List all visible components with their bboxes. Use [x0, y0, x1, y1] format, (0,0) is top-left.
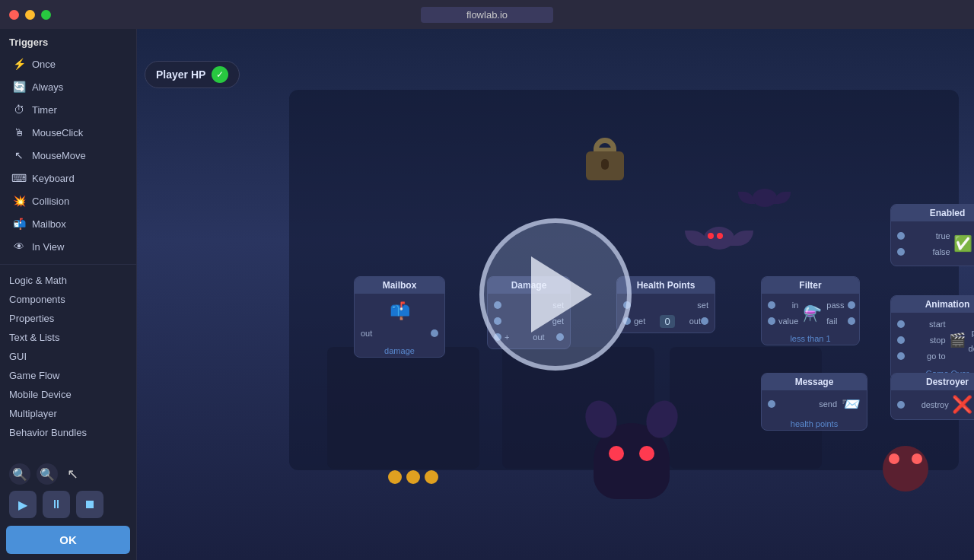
- sidebar-item-text-lists[interactable]: Text & Lists: [0, 328, 136, 347]
- main-layout: Triggers ⚡ Once 🔄 Always ⏱ Timer 🖱 Mouse…: [0, 29, 974, 560]
- anim-done-label: done: [969, 344, 974, 353]
- sidebar-item-game-flow[interactable]: Game Flow: [0, 366, 136, 385]
- mousemove-label: MouseMove: [32, 150, 86, 161]
- animation-icon: 🎬: [949, 332, 966, 348]
- node-hp-body: set get 0 out: [617, 294, 715, 332]
- cursor-icon: ↖: [64, 466, 78, 482]
- destroyer-destroy-row: destroy: [897, 398, 949, 412]
- node-enabled-body: true false ✅ out o: [891, 221, 974, 266]
- play-overlay-button[interactable]: [479, 218, 632, 371]
- stop-button[interactable]: ⏹: [76, 491, 103, 518]
- sidebar: Triggers ⚡ Once 🔄 Always ⏱ Timer 🖱 Mouse…: [0, 29, 137, 560]
- node-animation[interactable]: Animation start stop: [890, 295, 974, 380]
- anim-stop-row: stop: [897, 333, 946, 347]
- sidebar-item-mousemove[interactable]: ↖ MouseMove: [3, 145, 133, 166]
- enabled-true-row: true: [897, 229, 950, 243]
- sub-platform-left: [327, 347, 479, 469]
- node-message-body: send 📨: [762, 390, 867, 418]
- enabled-true-port: [897, 232, 905, 240]
- mailbox-icon-area: 📫: [361, 298, 438, 324]
- node-enabled-header: Enabled: [891, 205, 974, 221]
- filter-pass-row: pass: [826, 298, 855, 312]
- lock-keyhole: [601, 159, 609, 170]
- close-button[interactable]: [9, 10, 19, 20]
- enabled-false-row: false: [897, 245, 950, 259]
- filter-pass-port: [848, 301, 855, 309]
- zoom-in-button[interactable]: 🔍: [9, 463, 30, 485]
- mailbox-trigger-label: Mailbox: [32, 218, 66, 230]
- timer-icon: ⏱: [12, 103, 26, 116]
- mailbox-out-text: out: [361, 329, 372, 338]
- anim-goto-label: go to: [927, 352, 945, 361]
- canvas-area[interactable]: Player HP ✓ Mailbox: [137, 29, 974, 560]
- anim-done-row: done: [969, 342, 974, 355]
- inview-icon: 👁: [12, 240, 26, 253]
- enabled-true-label: true: [936, 231, 950, 240]
- node-mailbox-header: Mailbox: [355, 277, 444, 294]
- filter-fail-row: fail: [826, 314, 855, 328]
- sidebar-divider: [0, 264, 136, 265]
- sidebar-item-properties[interactable]: Properties: [0, 309, 136, 328]
- coin-items: [388, 470, 438, 484]
- object-name: Player HP: [156, 68, 205, 81]
- sidebar-item-gui[interactable]: GUI: [0, 347, 136, 366]
- node-filter[interactable]: Filter in value ⚗️: [761, 276, 860, 345]
- node-message[interactable]: Message send 📨 health points: [761, 373, 867, 431]
- demon-sprite: [586, 393, 677, 499]
- sidebar-item-once[interactable]: ⚡ Once: [3, 53, 133, 75]
- node-animation-header: Animation: [891, 296, 974, 313]
- node-animation-body: start stop go to 🎬: [891, 313, 974, 368]
- filter-in-row: in: [768, 298, 798, 312]
- bat-sprite-2: [738, 189, 791, 223]
- sidebar-item-mouseclick[interactable]: 🖱 MouseClick: [3, 122, 133, 143]
- sidebar-item-inview[interactable]: 👁 In View: [3, 236, 133, 257]
- sidebar-item-multiplayer[interactable]: Multiplayer: [0, 404, 136, 423]
- lock-shackle: [594, 138, 616, 153]
- node-destroyer[interactable]: Destroyer destroy ❌ out: [890, 373, 974, 420]
- zoom-out-button[interactable]: 🔍: [37, 463, 58, 485]
- hp-get-label: get: [634, 317, 645, 326]
- hp-out-label: out: [689, 317, 701, 326]
- anim-goto-port: [897, 352, 905, 360]
- node-destroyer-body: destroy ❌ out: [891, 390, 974, 419]
- sidebar-item-components[interactable]: Components: [0, 290, 136, 309]
- anim-start-port: [897, 320, 905, 328]
- node-enabled[interactable]: Enabled true false ✅: [890, 204, 974, 266]
- maximize-button[interactable]: [41, 10, 51, 20]
- object-enabled-check: ✓: [212, 66, 228, 83]
- sidebar-item-collision[interactable]: 💥 Collision: [3, 190, 133, 212]
- lock-body: [586, 151, 624, 180]
- sidebar-item-behavior-bundles[interactable]: Behavior Bundles: [0, 423, 136, 442]
- ok-button[interactable]: OK: [6, 526, 130, 554]
- play-button[interactable]: ▶: [9, 491, 37, 518]
- sidebar-item-mailbox[interactable]: 📬 Mailbox: [3, 213, 133, 234]
- collision-label: Collision: [32, 196, 69, 207]
- node-filter-body: in value ⚗️ pass f: [762, 294, 859, 332]
- node-mailbox[interactable]: Mailbox 📫 out damage: [354, 276, 445, 358]
- sidebar-item-keyboard[interactable]: ⌨ Keyboard: [3, 167, 133, 189]
- node-filter-header: Filter: [762, 277, 859, 294]
- sidebar-bottom: 🔍 🔍 ↖ ▶ ⏸ ⏹ OK: [0, 457, 136, 560]
- mailbox-out-port: [431, 329, 438, 337]
- keyboard-icon: ⌨: [12, 171, 26, 185]
- filter-value-row: value: [768, 314, 798, 328]
- minimize-button[interactable]: [25, 10, 35, 20]
- mailbox-damage-label: damage: [355, 345, 444, 357]
- sidebar-item-mobile-device[interactable]: Mobile Device: [0, 385, 136, 404]
- node-health-points[interactable]: Health Points set get 0 out: [616, 276, 715, 333]
- timer-label: Timer: [32, 104, 57, 116]
- anim-goto-row: go to: [897, 349, 946, 363]
- hp-row-get: get 0 out: [623, 314, 708, 328]
- node-destroyer-header: Destroyer: [891, 374, 974, 390]
- pause-button[interactable]: ⏸: [43, 491, 70, 518]
- sidebar-item-timer[interactable]: ⏱ Timer: [3, 99, 133, 120]
- sidebar-item-logic-math[interactable]: Logic & Math: [0, 271, 136, 290]
- object-bar: Player HP ✓: [145, 61, 240, 88]
- small-demon-sprite: [883, 446, 928, 492]
- message-send-port: [768, 400, 775, 408]
- always-label: Always: [32, 81, 63, 93]
- message-name-label: health points: [762, 418, 867, 430]
- destroyer-destroy-label: destroy: [921, 400, 949, 409]
- sidebar-item-always[interactable]: 🔄 Always: [3, 76, 133, 97]
- filter-fail-label: fail: [826, 317, 837, 326]
